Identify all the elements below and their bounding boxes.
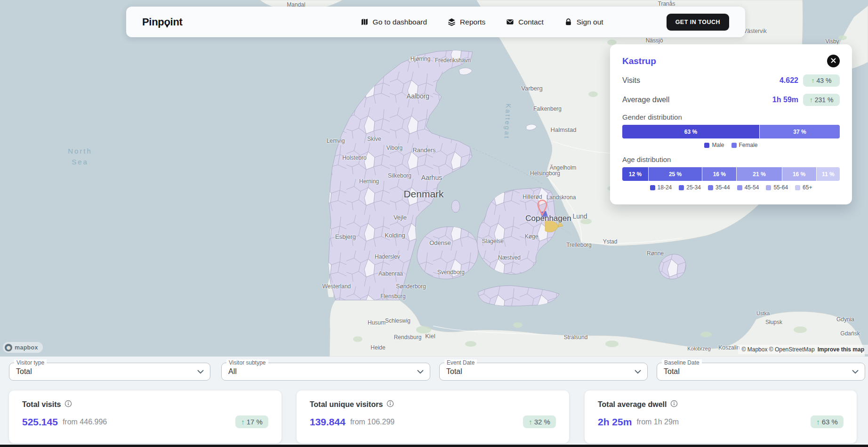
mapbox-globe-icon: ⊕	[5, 344, 12, 351]
stat-value: 525.145	[22, 416, 58, 428]
delta-badge: ↑ 43 %	[803, 74, 840, 87]
legend-item: 25-34	[679, 184, 701, 191]
stat-title: Total average dwell	[598, 400, 667, 409]
arrow-up-icon: ↑	[810, 96, 813, 104]
info-icon[interactable]	[386, 400, 394, 409]
legend-swatch	[795, 185, 800, 190]
capital-label: Copenhagen	[525, 214, 571, 223]
bottom-bar	[0, 445, 868, 447]
gender-segment: 37 %	[759, 125, 840, 138]
nav-item-label: Reports	[460, 18, 485, 26]
select-label: Visitor type	[14, 359, 47, 366]
gender-distribution-title: Gender distribution	[622, 113, 840, 121]
nav-item-label: Go to dashboard	[373, 18, 427, 26]
nav-item-dashboard[interactable]: Go to dashboard	[361, 18, 427, 26]
stat-value: 2h 25m	[598, 416, 632, 428]
kattegat-label: Kattegat	[502, 103, 514, 139]
event-date-select[interactable]: Event Date Total	[439, 363, 648, 381]
metric-value: 4.622	[780, 76, 798, 85]
visitor-subtype-select[interactable]: Visitor subtype All	[221, 363, 430, 381]
legend-swatch	[731, 143, 737, 148]
stat-baseline: from 106.299	[350, 418, 394, 426]
delta-value: 32 %	[534, 418, 550, 426]
bottom-panel: Visitor type Total Visitor subtype All E…	[0, 357, 868, 447]
legend-item: Female	[731, 142, 758, 148]
chevron-down-icon	[417, 367, 424, 376]
chevron-down-icon	[197, 367, 204, 376]
arrow-up-icon: ↑	[241, 418, 245, 426]
metric-row-dwell: Average dwell 1h 59m ↑ 231 %	[622, 94, 840, 106]
mapbox-logo[interactable]: ⊕ mapbox	[3, 342, 43, 353]
mail-icon	[506, 18, 514, 26]
stat-card-average-dwell: Total average dwell 2h 25m from 1h 29m ↑…	[585, 390, 857, 443]
close-button[interactable]	[827, 55, 840, 67]
arrow-up-icon: ↑	[529, 418, 532, 426]
info-icon[interactable]	[64, 400, 72, 409]
age-distribution-bar: 12 % 25 % 16 % 21 % 16 % 11 %	[622, 167, 840, 181]
select-label: Visitor subtype	[226, 359, 268, 366]
stat-baseline: from 1h 29m	[636, 418, 679, 426]
gender-legend: Male Female	[622, 142, 840, 148]
age-segment: 16 %	[702, 167, 736, 181]
legend-item: 18-24	[650, 184, 672, 191]
brand-logo[interactable]: Pinpoint	[142, 16, 183, 28]
map-pin-icon[interactable]	[535, 198, 549, 216]
legend-item: 65+	[795, 184, 812, 191]
nav-item-label: Sign out	[577, 18, 603, 26]
delta-badge: ↑ 32 %	[523, 415, 556, 428]
metric-value: 1h 59m	[772, 96, 798, 104]
popup-title: Kastrup	[622, 56, 827, 66]
metric-row-visits: Visits 4.622 ↑ 43 %	[622, 74, 840, 87]
visitor-type-select[interactable]: Visitor type Total	[9, 363, 210, 381]
age-legend: 18-24 25-34 35-44 45-54 55-64	[622, 184, 840, 191]
legend-swatch	[650, 185, 655, 190]
delta-value: 43 %	[817, 77, 832, 84]
north-sea-label: North Sea	[68, 146, 92, 167]
baseline-date-select[interactable]: Baseline Date Total	[657, 363, 865, 381]
nav-item-label: Contact	[518, 18, 543, 26]
age-segment: 25 %	[648, 167, 702, 181]
select-value: Total	[664, 367, 680, 376]
map-icon	[361, 18, 369, 26]
legend-swatch	[679, 185, 684, 190]
attribution-text: © Mapbox © OpenStreetMap	[742, 346, 815, 353]
layers-icon	[448, 18, 456, 26]
legend-swatch	[708, 185, 713, 190]
age-distribution-title: Age distribution	[622, 155, 840, 163]
delta-badge: ↑ 17 %	[235, 415, 268, 428]
stat-card-unique-visitors: Total unique visitors 139.844 from 106.2…	[297, 390, 569, 443]
stat-value: 139.844	[310, 416, 346, 428]
nav-item-contact[interactable]: Contact	[506, 18, 543, 26]
delta-value: 17 %	[247, 418, 263, 426]
get-in-touch-button[interactable]: GET IN TOUCH	[667, 14, 729, 31]
stat-card-total-visits: Total visits 525.145 from 446.996 ↑ 17 %	[9, 390, 281, 443]
legend-item: 55-64	[766, 184, 788, 191]
select-label: Event Date	[444, 359, 477, 366]
mapbox-wordmark: mapbox	[15, 344, 38, 351]
arrow-up-icon: ↑	[812, 77, 815, 84]
stat-baseline: from 446.996	[63, 418, 107, 426]
info-icon[interactable]	[670, 400, 678, 409]
improve-map-link[interactable]: Improve this map	[818, 346, 864, 353]
nav-item-signout[interactable]: Sign out	[564, 18, 603, 26]
delta-value: 63 %	[822, 418, 838, 426]
legend-item: Male	[704, 142, 724, 148]
age-segment: 16 %	[782, 167, 816, 181]
map-attribution: © Mapbox © OpenStreetMap Improve this ma…	[738, 345, 868, 354]
legend-swatch	[766, 185, 771, 190]
top-nav: Pinpoint Go to dashboard Reports Contact…	[126, 7, 745, 37]
legend-swatch	[737, 185, 742, 190]
legend-swatch	[704, 143, 709, 148]
delta-value: 231 %	[815, 96, 834, 104]
lock-icon	[564, 18, 572, 26]
age-segment: 12 %	[622, 167, 648, 181]
select-value: Total	[16, 367, 32, 376]
nav-items: Go to dashboard Reports Contact Sign out	[361, 18, 603, 26]
delta-badge: ↑ 63 %	[811, 415, 844, 428]
delta-badge: ↑ 231 %	[803, 94, 840, 106]
select-label: Baseline Date	[662, 359, 702, 366]
metric-label: Average dwell	[622, 96, 772, 104]
nav-item-reports[interactable]: Reports	[448, 18, 485, 26]
legend-item: 35-44	[708, 184, 730, 191]
arrow-up-icon: ↑	[816, 418, 820, 426]
